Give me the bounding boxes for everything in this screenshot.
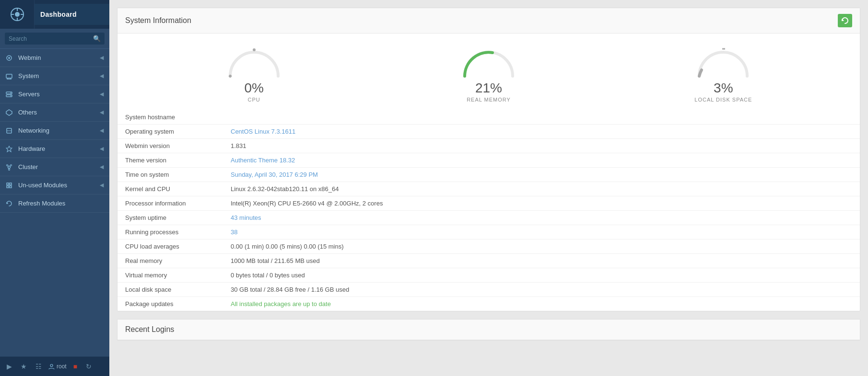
- svg-marker-19: [6, 146, 12, 152]
- info-label: Real memory: [117, 254, 223, 268]
- recent-logins-panel: Recent Logins: [117, 319, 860, 341]
- webmin-nav-icon: [6, 55, 14, 61]
- unused-modules-arrow-icon: ◀: [100, 182, 104, 188]
- svg-point-14: [11, 92, 12, 93]
- svg-rect-27: [7, 183, 9, 185]
- star-icon[interactable]: ★: [19, 361, 29, 372]
- svg-rect-8: [6, 74, 12, 78]
- sidebar-logo-area: [0, 0, 35, 29]
- sidebar-item-refresh-modules[interactable]: Refresh Modules: [0, 194, 109, 213]
- info-label: System hostname: [117, 110, 223, 125]
- refresh-icon: [841, 17, 849, 24]
- svg-point-22: [11, 164, 12, 166]
- sidebar-item-networking-label: Networking: [18, 127, 100, 134]
- sidebar-item-hardware-label: Hardware: [18, 145, 100, 152]
- system-info-panel: System Information 0% CPU: [117, 8, 860, 311]
- real-memory-gauge-svg: [460, 45, 517, 79]
- cluster-arrow-icon: ◀: [100, 164, 104, 170]
- servers-arrow-icon: ◀: [100, 91, 104, 97]
- info-label: Local disk space: [117, 283, 223, 297]
- local-disk-gauge-value: 3%: [714, 80, 733, 96]
- sidebar-footer: ▶ ★ ☷ root ■ ↻: [0, 356, 109, 376]
- system-info-refresh-button[interactable]: [838, 14, 852, 27]
- info-value[interactable]: 43 minutes: [223, 211, 860, 225]
- table-row: Processor informationIntel(R) Xeon(R) CP…: [117, 196, 860, 211]
- system-arrow-icon: ◀: [100, 73, 104, 79]
- table-row: Kernel and CPULinux 2.6.32-042stab120.11…: [117, 182, 860, 196]
- info-value: Linux 2.6.32-042stab120.11 on x86_64: [223, 182, 860, 196]
- local-disk-gauge-label: LOCAL DISK SPACE: [694, 97, 752, 103]
- info-label: Webmin version: [117, 139, 223, 153]
- sidebar: Dashboard 🔍 Webmin ◀ System ◀: [0, 0, 109, 376]
- unused-modules-nav-icon: [6, 182, 14, 189]
- sidebar-title-area[interactable]: Dashboard: [35, 4, 109, 25]
- others-nav-icon: [6, 109, 14, 116]
- info-label: System uptime: [117, 211, 223, 225]
- svg-point-1: [15, 12, 20, 17]
- sidebar-item-cluster[interactable]: Cluster ◀: [0, 158, 109, 176]
- info-label: Package updates: [117, 297, 223, 311]
- info-value[interactable]: Authentic Theme 18.32: [223, 153, 860, 168]
- table-row: Virtual memory0 bytes total / 0 bytes us…: [117, 268, 860, 283]
- main-content: System Information 0% CPU: [109, 0, 868, 376]
- table-row: Local disk space30 GB total / 28.84 GB f…: [117, 283, 860, 297]
- info-label: Virtual memory: [117, 268, 223, 283]
- real-memory-gauge-value: 21%: [475, 80, 502, 96]
- info-value[interactable]: CentOS Linux 7.3.1611: [223, 125, 860, 139]
- footer-refresh-icon[interactable]: ↻: [84, 361, 94, 372]
- user-icon: [48, 364, 55, 370]
- local-disk-gauge-svg: [694, 45, 752, 79]
- logout-icon[interactable]: ■: [71, 361, 79, 372]
- info-value: 0.00 (1 min) 0.00 (5 mins) 0.00 (15 mins…: [223, 239, 860, 254]
- sidebar-search-container: 🔍: [0, 29, 109, 49]
- servers-nav-icon: [6, 91, 14, 98]
- table-row: System uptime43 minutes: [117, 211, 860, 225]
- sidebar-item-webmin[interactable]: Webmin ◀: [0, 49, 109, 67]
- cpu-gauge-value: 0%: [244, 80, 263, 96]
- table-row: Real memory1000 MB total / 211.65 MB use…: [117, 254, 860, 268]
- sidebar-item-system[interactable]: System ◀: [0, 67, 109, 85]
- info-label: Operating system: [117, 125, 223, 139]
- svg-rect-29: [7, 186, 9, 188]
- hardware-arrow-icon: ◀: [100, 146, 104, 152]
- table-row: Operating systemCentOS Linux 7.3.1611: [117, 125, 860, 139]
- search-input[interactable]: [9, 35, 93, 42]
- table-row: Theme versionAuthentic Theme 18.32: [117, 153, 860, 168]
- info-label: Processor information: [117, 196, 223, 211]
- share-icon[interactable]: ☷: [34, 361, 44, 372]
- svg-point-23: [9, 169, 10, 170]
- svg-point-21: [7, 164, 8, 166]
- sidebar-item-networking[interactable]: Networking ◀: [0, 122, 109, 140]
- real-memory-gauge-label: REAL MEMORY: [467, 97, 511, 103]
- table-row: System hostname: [117, 110, 860, 125]
- sidebar-item-cluster-label: Cluster: [18, 163, 100, 171]
- sidebar-item-servers[interactable]: Servers ◀: [0, 85, 109, 103]
- networking-arrow-icon: ◀: [100, 127, 104, 134]
- webmin-logo-icon: [10, 7, 25, 22]
- sidebar-header: Dashboard: [0, 0, 109, 29]
- info-value: 30 GB total / 28.84 GB free / 1.16 GB us…: [223, 283, 860, 297]
- sidebar-item-others[interactable]: Others ◀: [0, 103, 109, 122]
- hardware-nav-icon: [6, 146, 14, 152]
- cluster-nav-icon: [6, 164, 14, 171]
- info-value: 1.831: [223, 139, 860, 153]
- info-value: 1000 MB total / 211.65 MB used: [223, 254, 860, 268]
- networking-nav-icon: [6, 127, 14, 134]
- svg-point-31: [50, 364, 53, 366]
- sidebar-item-hardware[interactable]: Hardware ◀: [0, 140, 109, 158]
- current-user: root: [48, 363, 67, 370]
- webmin-arrow-icon: ◀: [100, 55, 104, 61]
- svg-point-7: [8, 57, 10, 59]
- system-nav-icon: [6, 73, 14, 80]
- info-value[interactable]: 38: [223, 225, 860, 239]
- info-value[interactable]: Sunday, April 30, 2017 6:29 PM: [223, 168, 860, 182]
- info-label: Theme version: [117, 153, 223, 168]
- others-arrow-icon: ◀: [100, 109, 104, 115]
- info-value: Intel(R) Xeon(R) CPU E5-2660 v4 @ 2.00GH…: [223, 196, 860, 211]
- table-row: Time on systemSunday, April 30, 2017 6:2…: [117, 168, 860, 182]
- table-row: Running processes38: [117, 225, 860, 239]
- terminal-icon[interactable]: ▶: [5, 361, 14, 372]
- info-value[interactable]: All installed packages are up to date: [223, 297, 860, 311]
- info-label: Kernel and CPU: [117, 182, 223, 196]
- sidebar-item-unused-modules[interactable]: Un-used Modules ◀: [0, 176, 109, 194]
